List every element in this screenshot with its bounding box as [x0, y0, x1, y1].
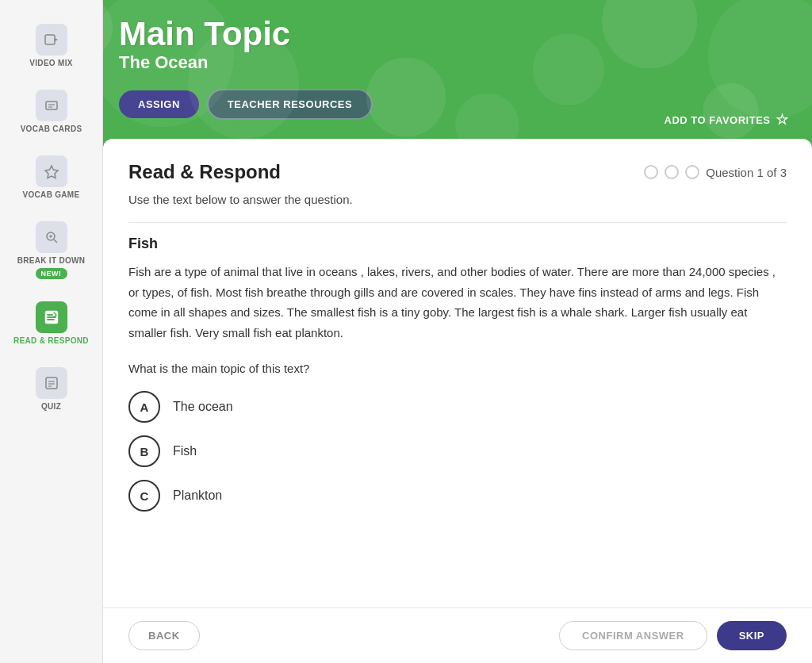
skip-button[interactable]: SKIP	[717, 621, 787, 650]
option-label-b: Fish	[173, 444, 197, 458]
video-mix-icon	[36, 24, 67, 56]
answer-options: A The ocean B Fish C Plankton	[128, 391, 787, 512]
option-label-a: The ocean	[173, 400, 233, 414]
option-circle-b: B	[128, 435, 160, 467]
new-badge: NEW!	[36, 268, 67, 279]
sidebar-label-vocab-game: VOCAB GAME	[23, 190, 80, 199]
passage-title: Fish	[128, 236, 787, 252]
sidebar-item-vocab-game[interactable]: VOCAB GAME	[0, 148, 102, 207]
svg-rect-11	[46, 377, 57, 389]
sidebar: VIDEO MIX VOCAB CARDS VOCAB GAME	[0, 0, 103, 663]
sidebar-item-break-it-down[interactable]: BREAK IT DOWN NEW!	[0, 213, 102, 287]
question-dot-3	[685, 165, 699, 179]
answer-option-b[interactable]: B Fish	[128, 435, 787, 467]
option-circle-a: A	[128, 391, 160, 423]
option-label-c: Plankton	[173, 489, 222, 503]
sidebar-label-quiz: QUIZ	[41, 402, 61, 411]
quiz-icon	[36, 367, 67, 399]
read-respond-icon	[36, 301, 67, 333]
right-button-group: CONFIRM ANSWER SKIP	[559, 621, 787, 650]
assign-button[interactable]: ASSIGN	[119, 90, 199, 118]
bottom-bar: BACK CONFIRM ANSWER SKIP	[103, 607, 812, 663]
vocab-cards-icon	[36, 90, 67, 121]
page-subtitle: The Ocean	[119, 52, 796, 73]
sidebar-item-quiz[interactable]: QUIZ	[0, 359, 102, 419]
svg-rect-2	[46, 102, 57, 109]
sidebar-item-read-respond[interactable]: READ & RESPOND	[0, 293, 102, 353]
header: Main Topic The Ocean ASSIGN TEACHER RESO…	[0, 0, 812, 139]
star-icon: ☆	[776, 111, 789, 128]
break-it-down-icon	[36, 221, 67, 253]
question-count: Question 1 of 3	[706, 166, 787, 179]
sidebar-label-break-it-down: BREAK IT DOWN	[17, 256, 86, 265]
svg-rect-0	[45, 35, 55, 44]
add-favorites-button[interactable]: ADD TO FAVORITES ☆	[665, 111, 788, 128]
page-title: Main Topic	[119, 16, 796, 52]
option-circle-c: C	[128, 480, 160, 512]
back-button[interactable]: BACK	[128, 621, 200, 650]
confirm-answer-button[interactable]: CONFIRM ANSWER	[559, 621, 707, 650]
answer-option-a[interactable]: A The ocean	[128, 391, 787, 423]
question-indicator: Question 1 of 3	[644, 165, 787, 179]
vocab-game-icon	[36, 155, 67, 187]
add-favorites-label: ADD TO FAVORITES	[665, 114, 771, 126]
sidebar-item-vocab-cards[interactable]: VOCAB CARDS	[0, 82, 102, 141]
svg-marker-1	[55, 38, 58, 41]
sidebar-item-video-mix[interactable]: VIDEO MIX	[0, 16, 102, 75]
section-title: Read & Respond	[128, 161, 281, 183]
answer-option-c[interactable]: C Plankton	[128, 480, 787, 512]
sidebar-label-vocab-cards: VOCAB CARDS	[21, 125, 82, 133]
svg-marker-5	[45, 166, 58, 178]
passage-body: Fish are a type of animal that live in o…	[128, 262, 787, 343]
question-dot-2	[665, 165, 679, 179]
teacher-resources-button[interactable]: TEACHER RESOURCES	[207, 89, 373, 120]
main-content: Read & Respond Question 1 of 3 Use the t…	[103, 139, 812, 663]
sidebar-label-read-respond: READ & RESPOND	[13, 336, 89, 345]
sidebar-label-video-mix: VIDEO MIX	[29, 59, 72, 67]
section-header: Read & Respond Question 1 of 3	[128, 161, 787, 183]
divider	[128, 222, 787, 223]
question-prompt: What is the main topic of this text?	[128, 362, 787, 375]
question-dot-1	[644, 165, 658, 179]
svg-line-7	[54, 240, 57, 243]
instruction-text: Use the text below to answer the questio…	[128, 193, 787, 206]
